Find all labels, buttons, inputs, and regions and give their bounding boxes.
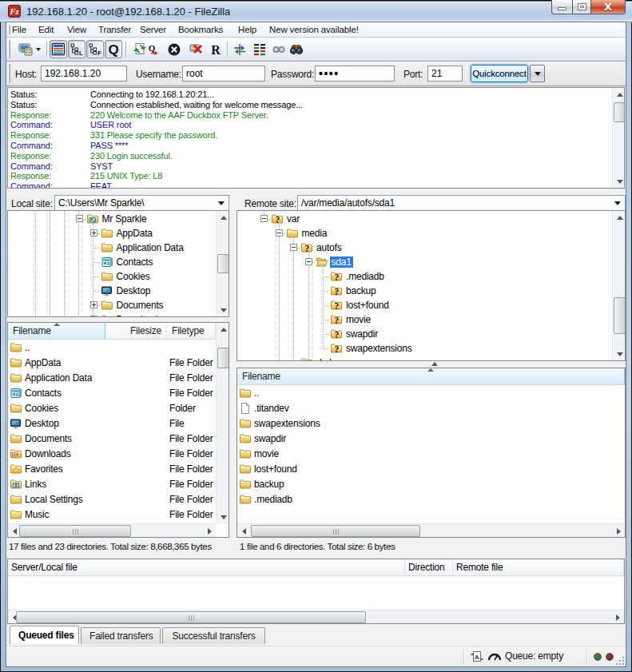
port-input[interactable] <box>427 66 463 82</box>
file-row-application-data[interactable]: Application DataFile Folder <box>8 371 229 386</box>
file-row--titandev[interactable]: .titandev <box>237 401 625 416</box>
tree-item-desktop[interactable]: Desktop <box>8 284 229 298</box>
quickconnect-dropdown-button[interactable] <box>530 65 545 82</box>
local-site-combo[interactable]: C:\Users\Mr Sparkle\ <box>54 195 229 211</box>
remote-splitter-sash[interactable] <box>237 361 626 368</box>
tab-queued-files[interactable]: Queued files <box>10 626 79 644</box>
tab-failed-transfers[interactable]: Failed transfers <box>81 627 161 644</box>
remote-file-list[interactable]: Filename .. .titandev swapextensions swa… <box>237 368 626 538</box>
tree-item-lost-found[interactable]: ?lost+found <box>237 298 625 312</box>
password-input[interactable] <box>315 66 395 82</box>
tree-item-media[interactable]: media <box>237 226 625 241</box>
menu-item-view[interactable]: View <box>67 22 86 37</box>
file-row-music[interactable]: MusicFile Folder <box>8 507 229 523</box>
process-queue-button[interactable]: Q <box>145 41 162 58</box>
file-row-local-settings[interactable]: Local SettingsFile Folder <box>8 492 229 507</box>
remote-list-hscrollbar[interactable] <box>237 523 625 537</box>
remote-directory-tree[interactable]: ?var media ?autofs sda1 ?.mediadb ?backu… <box>237 210 626 361</box>
scroll-up-button[interactable] <box>613 88 625 101</box>
synchronized-browsing-button[interactable] <box>231 41 248 58</box>
local-list-hscrollbar[interactable] <box>8 523 216 537</box>
tree-expander-plus[interactable] <box>90 229 97 237</box>
quickconnect-button[interactable]: Quickconnect <box>471 65 528 82</box>
scroll-up-button[interactable] <box>613 211 626 224</box>
tree-expander-minus[interactable] <box>276 229 283 237</box>
scroll-down-button[interactable] <box>217 511 229 523</box>
tree-expander-minus[interactable] <box>290 244 297 251</box>
scrollbar-thumb[interactable] <box>251 525 420 537</box>
tree-item-application-data[interactable]: Application Data <box>8 241 229 255</box>
tree-expander-plus[interactable] <box>90 316 97 317</box>
scrollbar-thumb[interactable] <box>614 297 626 334</box>
tree-expander-plus[interactable] <box>90 301 97 308</box>
host-input[interactable] <box>41 66 127 82</box>
local-file-list[interactable]: FilenameFilesizeFiletype .. AppDataFile … <box>7 322 229 538</box>
file-row--[interactable]: .. <box>8 340 229 356</box>
menu-item-file[interactable]: File <box>12 22 26 37</box>
menu-item-server[interactable]: Server <box>140 22 166 37</box>
file-row-desktop[interactable]: DesktopFile <box>8 416 229 431</box>
tree-item-swapextensions[interactable]: ?swapextensions <box>237 341 625 356</box>
disconnect-button[interactable] <box>187 41 204 58</box>
tree-item-backup[interactable]: ?backup <box>237 284 625 298</box>
file-row-swapdir[interactable]: swapdir <box>237 431 625 447</box>
scroll-left-button[interactable] <box>237 524 250 538</box>
file-row--mediadb[interactable]: .mediadb <box>237 492 625 507</box>
queue-column-remote-file[interactable]: Remote file <box>453 559 624 575</box>
message-log[interactable]: Status:Connecting to 192.168.1.20:21...S… <box>7 87 625 189</box>
scroll-down-button[interactable] <box>613 175 625 188</box>
queue-column-server-local-file[interactable]: Server/Local file <box>8 559 405 575</box>
toggle-remote-tree-button[interactable]: F <box>86 40 104 58</box>
column-header-filename[interactable]: Filename <box>8 323 105 339</box>
transfer-queue[interactable]: Server/Local fileDirectionRemote file <box>7 559 625 624</box>
column-header-filename[interactable]: Filename <box>237 368 625 384</box>
queue-hscrollbar[interactable] <box>8 610 624 623</box>
menu-item-bookmarks[interactable]: Bookmarks <box>178 22 223 37</box>
local-list-vscrollbar[interactable] <box>216 323 229 523</box>
menu-item-edit[interactable]: Edit <box>38 22 54 37</box>
toggle-local-tree-button[interactable]: L <box>68 40 85 58</box>
scrollbar-thumb[interactable] <box>217 254 229 273</box>
tab-successful-transfers[interactable]: Successful transfers <box>162 627 265 644</box>
scroll-up-button[interactable] <box>217 211 229 224</box>
site-manager-dropdown-icon[interactable] <box>36 48 41 51</box>
remote-tree-scrollbar[interactable] <box>612 211 626 360</box>
file-row-lost-found[interactable]: lost+found <box>237 462 625 477</box>
scrollbar-thumb[interactable] <box>16 611 366 623</box>
file-row-cookies[interactable]: CookiesFolder <box>8 401 229 416</box>
directory-comparison-button[interactable] <box>251 41 268 58</box>
menu-item-new-version-available[interactable]: New version available! <box>269 22 359 37</box>
local-tree-scrollbar[interactable] <box>216 211 229 316</box>
cancel-button[interactable] <box>165 41 182 58</box>
file-row-contacts[interactable]: ContactsFile Folder <box>8 386 229 401</box>
tree-item-movie[interactable]: ?movie <box>237 312 625 327</box>
file-row-favorites[interactable]: FavoritesFile Folder <box>8 462 229 477</box>
toggle-queue-button[interactable]: Q <box>105 40 122 58</box>
tree-expander-minus[interactable] <box>305 258 312 265</box>
tree-item-appdata[interactable]: AppData <box>8 226 229 241</box>
tree-item-mr-sparkle[interactable]: Mr Sparkle <box>8 212 229 226</box>
site-manager-button[interactable] <box>17 41 34 58</box>
file-row-links[interactable]: LinksFile Folder <box>8 477 229 492</box>
tree-item-contacts[interactable]: Contacts <box>8 255 229 269</box>
scroll-down-button[interactable] <box>217 304 229 316</box>
scrollbar-thumb[interactable] <box>217 348 229 368</box>
tree-item-var[interactable]: ?var <box>237 212 625 226</box>
scroll-up-button[interactable] <box>217 323 229 336</box>
scroll-down-button[interactable] <box>613 348 626 360</box>
tree-expander-minus[interactable] <box>260 215 268 222</box>
file-row-movie[interactable]: movie <box>237 447 625 462</box>
search-button[interactable] <box>288 41 304 58</box>
file-row-swapextensions[interactable]: swapextensions <box>237 416 625 431</box>
remote-site-combo[interactable]: /var/media/autofs/sda1 <box>297 195 626 211</box>
tree-item-swapdir[interactable]: ?swapdir <box>237 327 625 341</box>
file-row-appdata[interactable]: AppDataFile Folder <box>8 356 229 371</box>
filter-button[interactable] <box>270 41 287 58</box>
tree-item-downloads[interactable]: Downloads <box>8 312 229 317</box>
scrollbar-thumb[interactable] <box>614 102 625 122</box>
reconnect-button[interactable]: R <box>207 41 224 58</box>
speed-limits-icon[interactable] <box>487 650 502 666</box>
menu-item-transfer[interactable]: Transfer <box>98 22 131 37</box>
column-header-filetype[interactable]: Filetype <box>167 323 216 339</box>
resize-grip[interactable] <box>614 655 625 666</box>
